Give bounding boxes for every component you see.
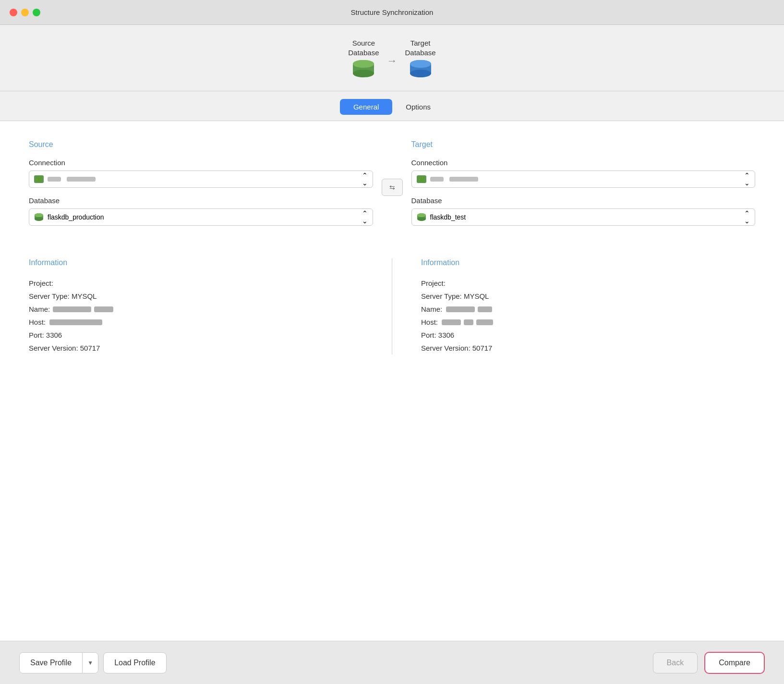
svg-point-18 [417, 217, 426, 221]
target-serverversion-row: Server Version: 50717 [421, 342, 755, 354]
source-db-small-icon [34, 213, 44, 221]
target-project-label: Project: [421, 277, 446, 290]
dropdown-arrow-icon: ▼ [87, 660, 93, 666]
svg-point-6 [410, 70, 431, 77]
target-db-item: TargetDatabase [405, 38, 436, 79]
svg-point-7 [410, 60, 431, 68]
footer-left: Save Profile ▼ Load Profile [19, 652, 167, 673]
target-database-wrapper: flaskdb_test ⌃⌄ [411, 208, 756, 226]
source-serverversion-label: Server Version: 50717 [29, 342, 100, 354]
target-host-row: Host: [421, 316, 755, 329]
save-profile-button[interactable]: Save Profile [20, 653, 82, 673]
source-db-icon [351, 60, 376, 79]
target-section-title: Target [411, 140, 756, 149]
source-database-wrapper: flaskdb_production ⌃⌄ [29, 208, 373, 226]
target-database-select[interactable]: flaskdb_test ⌃⌄ [411, 208, 756, 226]
window-title: Structure Synchronization [351, 8, 434, 16]
footer-right: Back Compare [653, 652, 765, 674]
target-port-row: Port: 3306 [421, 329, 755, 342]
target-connection-label: Connection [411, 159, 756, 167]
swap-button[interactable]: ⇆ [382, 179, 403, 196]
target-port-label: Port: 3306 [421, 329, 454, 342]
close-button[interactable] [10, 9, 17, 16]
target-db-icon [408, 60, 433, 79]
maximize-button[interactable] [33, 9, 40, 16]
svg-point-3 [353, 60, 374, 68]
source-name-row: Name: [29, 303, 373, 316]
source-name-blurred [53, 306, 91, 312]
source-conn-chevron: ⌃⌄ [362, 171, 368, 187]
target-name-label: Name: [421, 303, 442, 316]
target-host-blurred2 [464, 319, 473, 325]
source-connection-wrapper: 🌿 ⌃⌄ [29, 171, 373, 188]
source-project-label: Project: [29, 277, 53, 290]
source-servertype-row: Server Type: MYSQL [29, 290, 373, 303]
swap-icon: ⇆ [389, 183, 395, 191]
target-name-blurred2 [478, 306, 492, 312]
target-conn-chevron: ⌃⌄ [744, 171, 750, 187]
compare-button[interactable]: Compare [704, 652, 765, 674]
minimize-button[interactable] [21, 9, 29, 16]
target-servertype-row: Server Type: MYSQL [421, 290, 755, 303]
target-database-label: Database [411, 196, 756, 205]
target-conn-blurred1 [430, 177, 444, 182]
target-name-row: Name: [421, 303, 755, 316]
target-conn-blurred2 [449, 177, 478, 182]
source-database-label: Database [29, 196, 373, 205]
target-connection-wrapper: 🌿 ⌃⌄ [411, 171, 756, 188]
save-profile-arrow-button[interactable]: ▼ [82, 653, 98, 673]
tab-general[interactable]: General [340, 99, 392, 115]
swap-col: ⇆ [373, 140, 411, 234]
source-conn-blurred1 [48, 177, 61, 182]
source-section: Source Connection 🌿 ⌃⌄ Database [29, 140, 373, 234]
source-db-label: SourceDatabase [348, 38, 379, 57]
target-connection-select[interactable]: 🌿 ⌃⌄ [411, 171, 756, 188]
source-info-col: Information Project: Server Type: MYSQL … [29, 258, 392, 354]
target-serverversion-label: Server Version: 50717 [421, 342, 492, 354]
source-host-row: Host: [29, 316, 373, 329]
target-name-blurred [446, 306, 475, 312]
svg-point-2 [353, 70, 374, 77]
source-conn-icon: 🌿 [34, 175, 44, 183]
source-connection-label: Connection [29, 159, 373, 167]
source-db-value: flaskdb_production [48, 213, 104, 221]
load-profile-button[interactable]: Load Profile [103, 652, 166, 673]
svg-point-19 [417, 213, 426, 217]
source-serverversion-row: Server Version: 50717 [29, 342, 373, 354]
svg-text:🌿: 🌿 [36, 176, 42, 183]
target-db-label: TargetDatabase [405, 38, 436, 57]
source-conn-blurred2 [67, 177, 96, 182]
window-controls [10, 9, 40, 16]
target-info-title: Information [421, 258, 755, 267]
target-project-row: Project: [421, 277, 755, 290]
connection-section: Source Connection 🌿 ⌃⌄ Database [29, 140, 755, 234]
source-name-label: Name: [29, 303, 50, 316]
target-db-chevron: ⌃⌄ [744, 209, 750, 225]
target-section: Target Connection 🌿 ⌃⌄ Database [411, 140, 756, 234]
target-host-blurred [442, 319, 461, 325]
svg-text:🌿: 🌿 [419, 176, 425, 183]
tabs-container: General Options [0, 91, 784, 121]
source-port-row: Port: 3306 [29, 329, 373, 342]
tabs-row: General Options [0, 91, 784, 115]
header-section: SourceDatabase → TargetDatabase [0, 25, 784, 91]
source-section-title: Source [29, 140, 373, 149]
svg-point-12 [35, 217, 43, 221]
source-port-label: Port: 3306 [29, 329, 62, 342]
source-info-title: Information [29, 258, 373, 267]
source-name-blurred2 [94, 306, 113, 312]
source-database-select[interactable]: flaskdb_production ⌃⌄ [29, 208, 373, 226]
svg-point-13 [35, 213, 43, 217]
source-project-row: Project: [29, 277, 373, 290]
target-servertype-label: Server Type: MYSQL [421, 290, 489, 303]
source-connection-select[interactable]: 🌿 ⌃⌄ [29, 171, 373, 188]
target-conn-icon: 🌿 [417, 175, 426, 183]
source-db-chevron: ⌃⌄ [362, 209, 368, 225]
tab-options[interactable]: Options [392, 99, 444, 115]
target-db-value: flaskdb_test [430, 213, 466, 221]
target-info-col: Information Project: Server Type: MYSQL … [392, 258, 755, 354]
back-button[interactable]: Back [653, 652, 698, 673]
target-db-small-icon [417, 213, 426, 221]
source-db-item: SourceDatabase [348, 38, 379, 79]
main-content: Source Connection 🌿 ⌃⌄ Database [0, 121, 784, 641]
